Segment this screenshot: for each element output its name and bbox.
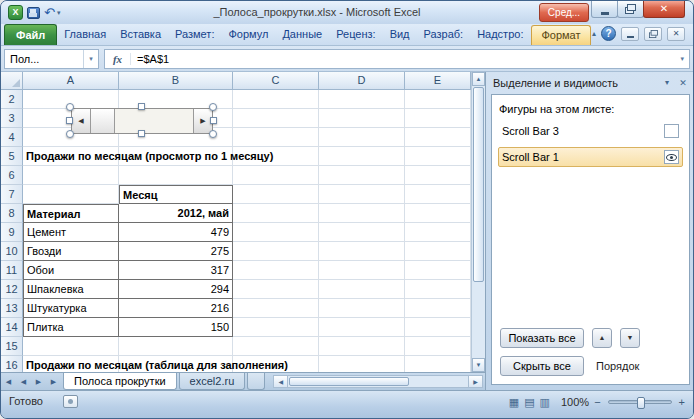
cell[interactable]	[23, 166, 119, 185]
cell[interactable]	[405, 318, 471, 337]
cell[interactable]	[319, 318, 405, 337]
horizontal-scroll-track[interactable]	[288, 376, 468, 387]
tab-addins[interactable]: Надстро:	[470, 24, 530, 45]
tab-formulas[interactable]: Формул	[221, 24, 275, 45]
cell[interactable]	[319, 128, 405, 147]
tab-view[interactable]: Вид	[383, 24, 417, 45]
select-all-corner[interactable]	[1, 72, 23, 90]
vertical-scrollbar[interactable]: ▲ ▼	[471, 72, 485, 372]
selection-handle[interactable]	[66, 103, 74, 111]
sheet-tab[interactable]: excel2.ru	[179, 373, 246, 390]
zoom-slider[interactable]	[608, 400, 672, 404]
close-button[interactable]: ✕	[643, 1, 685, 18]
drawing-tools-chip[interactable]: Сред...	[539, 3, 589, 22]
sheet-nav-last-icon[interactable]: ▶	[46, 373, 61, 390]
cell[interactable]	[319, 299, 405, 318]
cell-value[interactable]: 216	[119, 299, 233, 318]
cell-material[interactable]: Цемент	[23, 223, 119, 242]
cell[interactable]	[319, 223, 405, 242]
cell[interactable]	[233, 128, 319, 147]
row-header[interactable]: 2	[1, 90, 23, 109]
cell[interactable]	[233, 318, 319, 337]
cell[interactable]	[233, 166, 319, 185]
view-page-layout-icon[interactable]: ▤	[524, 395, 534, 409]
cell-value[interactable]: 275	[119, 242, 233, 261]
cell[interactable]	[319, 242, 405, 261]
selection-handle[interactable]	[138, 130, 145, 137]
cell[interactable]	[233, 204, 319, 223]
selection-handle[interactable]	[210, 117, 217, 124]
selection-handle[interactable]	[66, 117, 73, 124]
cell[interactable]	[233, 242, 319, 261]
cell[interactable]	[405, 109, 471, 128]
cell[interactable]	[233, 280, 319, 299]
sheet-nav-first-icon[interactable]: ◀	[1, 373, 16, 390]
row-header[interactable]: 13	[1, 299, 23, 318]
row-header[interactable]: 6	[1, 166, 23, 185]
pane-menu-icon[interactable]: ▾	[659, 76, 675, 90]
row-header[interactable]: 3	[1, 109, 23, 128]
worksheet-grid[interactable]: A B C D E 2 3 4 5 Продажи по месяцам (пр…	[1, 72, 485, 372]
row-header[interactable]: 15	[1, 337, 23, 356]
column-header-d[interactable]: D	[319, 72, 405, 90]
cell-value[interactable]: 317	[119, 261, 233, 280]
insert-worksheet-tab[interactable]	[247, 373, 265, 390]
cell[interactable]	[405, 337, 471, 356]
tab-review[interactable]: Реценз:	[329, 24, 382, 45]
cell-month-value[interactable]: 2012, май	[119, 204, 233, 223]
cell[interactable]	[405, 90, 471, 109]
tab-home[interactable]: Главная	[57, 24, 113, 45]
cell-value[interactable]: 479	[119, 223, 233, 242]
workbook-close-icon[interactable]: ✕	[667, 27, 685, 41]
row-header[interactable]: 11	[1, 261, 23, 280]
cell[interactable]: Продажи по месяцам (таблица для заполнен…	[23, 356, 119, 372]
tab-page-layout[interactable]: Размет:	[168, 24, 221, 45]
sheet-tab-active[interactable]: Полоса прокрутки	[63, 373, 177, 390]
column-header-a[interactable]: A	[23, 72, 119, 90]
cell[interactable]	[319, 337, 405, 356]
shape-list-item[interactable]: Scroll Bar 3	[498, 121, 683, 141]
row-header[interactable]: 12	[1, 280, 23, 299]
cell-month-header[interactable]: Месяц	[119, 185, 233, 204]
cell[interactable]	[119, 166, 233, 185]
cell[interactable]	[405, 147, 471, 166]
tab-data[interactable]: Данные	[275, 24, 329, 45]
workbook-minimize-icon[interactable]	[621, 27, 639, 41]
zoom-level[interactable]: 100%	[561, 396, 589, 408]
order-up-button[interactable]: ▲	[592, 328, 612, 348]
shape-scroll-thumb[interactable]	[91, 109, 115, 133]
visibility-toggle[interactable]	[664, 150, 679, 164]
cell[interactable]	[233, 90, 319, 109]
scroll-right-icon[interactable]: ▶	[468, 376, 482, 387]
undo-icon[interactable]: ↶	[44, 6, 55, 19]
cell[interactable]	[233, 299, 319, 318]
cell[interactable]	[405, 166, 471, 185]
cell[interactable]	[405, 223, 471, 242]
cell[interactable]	[233, 261, 319, 280]
zoom-out-icon[interactable]: −	[594, 396, 600, 408]
cell[interactable]	[233, 109, 319, 128]
cell[interactable]	[319, 204, 405, 223]
order-down-button[interactable]: ▼	[620, 328, 640, 348]
minimize-ribbon-icon[interactable]: ▴	[592, 29, 596, 38]
restore-button[interactable]	[617, 1, 644, 18]
selection-handle[interactable]	[209, 130, 217, 138]
shape-scroll-left-icon[interactable]: ◀	[72, 109, 91, 133]
scroll-up-icon[interactable]: ▲	[472, 72, 485, 86]
tab-insert[interactable]: Вставка	[113, 24, 168, 45]
cell-value[interactable]: 150	[119, 318, 233, 337]
cell-material[interactable]: Плитка	[23, 318, 119, 337]
cell[interactable]	[405, 128, 471, 147]
visibility-toggle[interactable]	[664, 124, 679, 138]
show-all-button[interactable]: Показать все	[500, 328, 584, 348]
pane-header[interactable]: Выделение и видимость ▾ ✕	[486, 72, 694, 92]
cell-value[interactable]: 294	[119, 280, 233, 299]
save-icon[interactable]	[27, 7, 40, 19]
column-header-e[interactable]: E	[405, 72, 471, 90]
scroll-down-icon[interactable]: ▼	[472, 358, 485, 372]
cell[interactable]	[319, 109, 405, 128]
row-header[interactable]: 16	[1, 356, 23, 372]
cell-material[interactable]: Гвозди	[23, 242, 119, 261]
cell[interactable]	[233, 223, 319, 242]
workbook-restore-icon[interactable]	[644, 27, 662, 41]
